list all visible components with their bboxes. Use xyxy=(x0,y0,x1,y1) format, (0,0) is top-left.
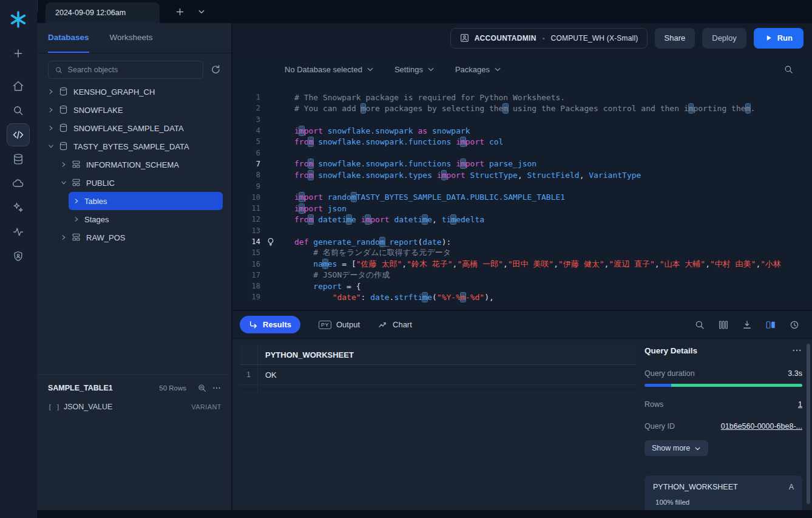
settings-dropdown[interactable]: Settings xyxy=(394,65,435,74)
cloud-nav-icon[interactable] xyxy=(11,176,25,191)
tree-item-stages[interactable]: Stages xyxy=(37,210,231,228)
tree-item-label: TASTY_BYTES_SAMPLE_DATA xyxy=(73,142,189,151)
code-line[interactable]: 18 report = { xyxy=(232,281,812,291)
show-more-button[interactable]: Show more xyxy=(645,440,708,456)
tree-item-raw-pos[interactable]: RAW_POS xyxy=(37,228,231,247)
query-id-link[interactable]: 01b6e560-0000-6be8-... xyxy=(721,422,802,431)
data-nav-icon[interactable] xyxy=(11,152,25,166)
search-objects-box[interactable] xyxy=(48,61,203,79)
chevron-right-icon[interactable] xyxy=(48,89,54,95)
database-selector-dropdown[interactable]: No Database selected xyxy=(285,65,374,74)
code-line[interactable]: 19 "date": date.strftime("%Y-%m-%d"), xyxy=(232,291,812,302)
home-icon[interactable] xyxy=(11,79,25,94)
search-nav-icon[interactable] xyxy=(11,103,25,118)
tab-divider xyxy=(37,0,38,12)
code-line[interactable]: 5from snowflake.snowpark.functions impor… xyxy=(232,136,812,147)
code-text: # You can add more packages by selecting… xyxy=(294,104,755,113)
chevron-right-icon[interactable] xyxy=(48,107,54,113)
chevron-down-icon[interactable] xyxy=(48,143,54,149)
worksheet-tab[interactable]: 2024-09-09 12:06am xyxy=(46,2,160,23)
code-line[interactable]: 16 names = ["佐藤 太郎","鈴木 花子","高橋 一郎","田中 … xyxy=(232,258,812,269)
chevron-right-icon[interactable] xyxy=(48,125,54,131)
table-row[interactable]: 1 OK xyxy=(240,365,636,385)
tree-item-kensho-graph-ch[interactable]: KENSHO_GRAPH_CH xyxy=(37,83,231,101)
new-worksheet-plus-icon[interactable] xyxy=(11,46,25,61)
code-line[interactable]: 11import json xyxy=(232,203,812,214)
tree-item-information-schema[interactable]: INFORMATION_SCHEMA xyxy=(37,155,231,174)
tree-item-public[interactable]: PUBLIC xyxy=(37,174,231,192)
code-text: import json xyxy=(294,204,347,213)
tree-item-snowflake-sample-data[interactable]: SNOWFLAKE_SAMPLE_DATA xyxy=(37,119,231,137)
code-line[interactable]: 8from snowflake.snowpark.types import St… xyxy=(232,169,812,180)
run-button[interactable]: Run xyxy=(754,28,804,49)
column-header[interactable]: PYTHON_WORKSHEET xyxy=(258,345,636,364)
packages-dropdown[interactable]: Packages xyxy=(455,65,501,74)
tab-worksheets[interactable]: Worksheets xyxy=(110,23,153,53)
tree-item-tasty-bytes-sample-data[interactable]: TASTY_BYTES_SAMPLE_DATA xyxy=(37,137,231,155)
rows-value[interactable]: 1 xyxy=(798,400,802,409)
share-button[interactable]: Share xyxy=(655,28,695,49)
context-selector[interactable]: ACCOUNTADMIN • COMPUTE_WH (X-Small) xyxy=(450,28,648,49)
tab-output[interactable]: PY Output xyxy=(319,320,360,329)
code-line[interactable]: 14def generate_random_report(date): xyxy=(232,236,812,247)
columns-icon[interactable] xyxy=(718,319,729,330)
results-search-icon[interactable] xyxy=(694,319,705,330)
snowflake-logo-icon[interactable] xyxy=(8,10,28,29)
query-history-clock-icon[interactable] xyxy=(789,319,800,330)
code-line[interactable]: 9 xyxy=(232,180,812,191)
chevron-right-icon[interactable] xyxy=(61,234,67,240)
return-arrow-icon xyxy=(249,320,258,329)
code-line[interactable]: 7from snowflake.snowpark.functions impor… xyxy=(232,158,812,169)
tab-databases[interactable]: Databases xyxy=(48,23,89,53)
column-row[interactable]: [ ] JSON_VALUE VARIANT xyxy=(48,403,222,411)
code-action-lightbulb-icon[interactable] xyxy=(260,237,294,246)
chevron-down-icon[interactable] xyxy=(61,180,67,186)
search-icon xyxy=(55,66,63,75)
duration-progress-bar[interactable] xyxy=(645,384,802,387)
code-line[interactable]: 4import snowflake.snowpark as snowpark xyxy=(232,125,812,136)
run-label: Run xyxy=(777,33,793,43)
query-id-label: Query ID xyxy=(645,422,721,431)
download-icon[interactable] xyxy=(742,319,753,330)
code-line[interactable]: 1# The Snowpark package is required for … xyxy=(232,92,812,103)
schema-icon xyxy=(72,160,81,169)
chevron-right-icon[interactable] xyxy=(61,162,67,168)
refresh-icon[interactable] xyxy=(211,64,222,75)
results-table-header[interactable]: PYTHON_WORKSHEET xyxy=(240,345,636,365)
code-line[interactable]: 3 xyxy=(232,114,812,125)
copilot-sparkles-icon[interactable] xyxy=(11,200,25,215)
deploy-button[interactable]: Deploy xyxy=(702,28,746,49)
code-text xyxy=(294,115,299,124)
tab-chart[interactable]: Chart xyxy=(378,320,412,330)
column-name: JSON_VALUE xyxy=(64,403,191,411)
add-tab-button[interactable] xyxy=(169,4,190,19)
code-line[interactable]: 6 xyxy=(232,147,812,158)
tab-results[interactable]: Results xyxy=(240,316,300,333)
tree-item-tables[interactable]: Tables xyxy=(69,192,223,210)
cell-value[interactable]: OK xyxy=(258,365,636,384)
activity-nav-icon[interactable] xyxy=(11,225,25,239)
code-line[interactable]: 12from datetime import datetime, timedel… xyxy=(232,214,812,225)
search-objects-input[interactable] xyxy=(68,66,197,74)
tree-item-snowflake[interactable]: SNOWFLAKE xyxy=(37,101,231,119)
code-line[interactable]: 2# You can add more packages by selectin… xyxy=(232,103,812,114)
code-line[interactable]: 13 xyxy=(232,225,812,236)
code-editor[interactable]: 1# The Snowpark package is required for … xyxy=(232,85,812,310)
tab-list-dropdown-button[interactable] xyxy=(193,4,210,19)
chevron-right-icon[interactable] xyxy=(73,198,80,204)
scrollbar-thumb[interactable] xyxy=(807,344,810,504)
chevron-right-icon[interactable] xyxy=(73,216,80,222)
more-options-icon[interactable] xyxy=(212,383,222,393)
split-panel-icon[interactable] xyxy=(765,319,776,330)
code-line[interactable]: 10import randomTASTY_BYTES_SAMPLE_DATA.P… xyxy=(232,192,812,203)
query-details-menu-icon[interactable] xyxy=(791,345,802,356)
worksheets-nav-icon[interactable] xyxy=(7,123,30,146)
code-line[interactable]: 15 # 名前をランダムに取得する元データ xyxy=(232,247,812,258)
stats-sort-letter[interactable]: A xyxy=(789,483,794,491)
editor-search-icon[interactable] xyxy=(783,64,794,75)
admin-shield-icon[interactable] xyxy=(11,249,25,264)
code-line[interactable]: 17 # JSONデータの作成 xyxy=(232,270,812,281)
preview-table-icon[interactable] xyxy=(197,383,207,393)
line-number: 12 xyxy=(232,215,260,223)
chevron-down-icon xyxy=(427,66,435,73)
